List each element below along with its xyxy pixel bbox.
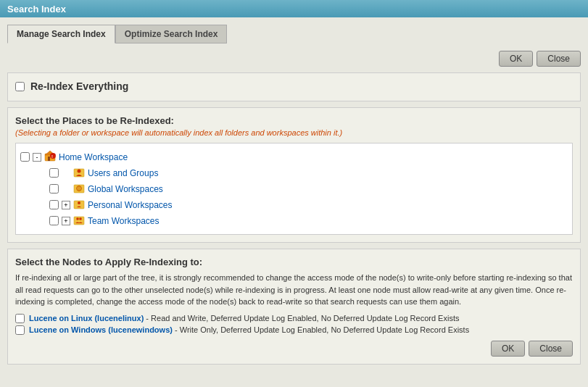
svg-point-14 (76, 217, 79, 220)
reindex-label: Re-Index Everything (30, 80, 128, 92)
personal-icon (73, 198, 85, 212)
ok-button-bottom[interactable]: OK (491, 341, 525, 357)
node-row-windows: Lucene on Windows (lucenewindows) - Writ… (15, 325, 573, 335)
svg-point-12 (78, 201, 80, 204)
personal-workspaces-link[interactable]: Personal Workspaces (88, 200, 173, 210)
reindex-row: Re-Index Everything (15, 80, 573, 92)
tree-checkbox-global[interactable] (49, 184, 59, 194)
select-nodes-title: Select the Nodes to Apply Re-Indexing to… (15, 257, 573, 267)
node-windows-label: Lucene on Windows (lucenewindows) (29, 325, 173, 334)
svg-rect-2 (48, 157, 50, 161)
svg-rect-13 (74, 217, 84, 225)
svg-point-6 (78, 170, 81, 173)
select-places-subtitle: (Selecting a folder or workspace will au… (15, 128, 573, 137)
reindex-section: Re-Index Everything (7, 72, 581, 101)
nodes-description: If re-indexing all or large part of the … (15, 272, 573, 308)
tree-container: - ! Home Workspace (15, 143, 573, 235)
tabs: Manage Search Index Optimize Search Inde… (7, 25, 581, 43)
svg-text:!: ! (51, 154, 53, 159)
main-content: Manage Search Index Optimize Search Inde… (0, 17, 588, 387)
node-row-linux: Lucene on Linux (lucenelinux) - Read and… (15, 314, 573, 323)
svg-point-15 (79, 217, 82, 220)
node-linux-label: Lucene on Linux (lucenelinux) (29, 314, 144, 322)
node-linux-detail: - Read and Write, Deferred Update Log En… (144, 314, 459, 322)
team-icon (73, 214, 85, 228)
expand-team[interactable]: + (62, 217, 70, 225)
team-workspaces-link[interactable]: Team Workspaces (88, 216, 159, 226)
tree-row: Global Workspaces (20, 182, 568, 196)
ok-button-top[interactable]: OK (499, 51, 533, 67)
node-checkbox-linux[interactable] (15, 314, 25, 323)
tree-checkbox-team[interactable] (49, 216, 59, 225)
home-workspace-link[interactable]: Home Workspace (59, 152, 128, 162)
select-places-section: Select the Places to be Re-Indexed: (Sel… (7, 107, 581, 243)
close-button-bottom[interactable]: Close (529, 341, 573, 357)
tree-row: + Personal Workspaces (20, 198, 568, 212)
expand-placeholder (62, 169, 70, 178)
tree-checkbox-users[interactable] (49, 168, 59, 178)
tree-row: - ! Home Workspace (20, 150, 568, 164)
home-workspace-icon: ! (44, 150, 56, 164)
expand-personal[interactable]: + (62, 201, 70, 209)
select-nodes-section: Select the Nodes to Apply Re-Indexing to… (7, 249, 581, 365)
tree-checkbox-personal[interactable] (49, 200, 59, 209)
tree-row: + Team Workspaces (20, 214, 568, 228)
expand-placeholder (62, 185, 70, 194)
node-linux-text: Lucene on Linux (lucenelinux) - Read and… (29, 314, 459, 322)
title-bar-label: Search Index (7, 4, 66, 14)
node-windows-text: Lucene on Windows (lucenewindows) - Writ… (29, 325, 469, 334)
node-checkbox-windows[interactable] (15, 325, 25, 335)
bottom-button-row: OK Close (15, 341, 573, 357)
users-icon (73, 166, 85, 180)
users-groups-link[interactable]: Users and Groups (88, 168, 158, 178)
reindex-everything-checkbox[interactable] (15, 82, 25, 91)
tab-optimize-search-index[interactable]: Optimize Search Index (115, 25, 228, 43)
select-places-title: Select the Places to be Re-Indexed: (15, 115, 573, 126)
node-windows-detail: - Write Only, Deferred Update Log Enable… (173, 325, 469, 334)
close-button-top[interactable]: Close (537, 51, 581, 67)
tab-manage-search-index[interactable]: Manage Search Index (7, 25, 115, 43)
expand-home[interactable]: - (33, 153, 41, 162)
tree-row: Users and Groups (20, 166, 568, 180)
title-bar: Search Index (0, 0, 588, 17)
global-icon (73, 182, 85, 196)
top-button-row: OK Close (7, 51, 581, 67)
tree-checkbox-home[interactable] (20, 152, 30, 162)
global-workspaces-link[interactable]: Global Workspaces (88, 184, 163, 194)
